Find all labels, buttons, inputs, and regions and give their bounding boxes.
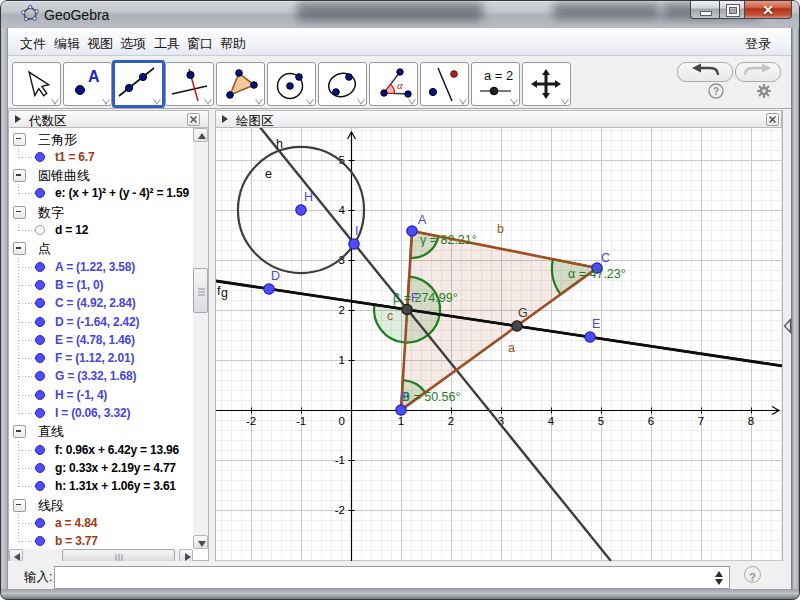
object-visibility-dot[interactable]: [35, 481, 45, 491]
graphics-canvas[interactable]: -2-1012345678-2-112345efghabcBFACDEGHIγ …: [215, 127, 783, 562]
menu-item-1[interactable]: 编辑: [54, 35, 80, 53]
panel-arrow-icon[interactable]: [15, 115, 21, 123]
algebra-item[interactable]: C = (4.92, 2.84): [9, 294, 194, 313]
algebra-item[interactable]: t1 = 6.7: [9, 148, 194, 167]
object-visibility-dot[interactable]: [35, 353, 45, 363]
circle-tool-button[interactable]: [267, 62, 316, 106]
polygon-tool-button[interactable]: [216, 62, 265, 106]
tool-dropdown-icon[interactable]: [51, 99, 59, 105]
angle-tool-button[interactable]: α: [369, 62, 418, 106]
close-algebra-panel-button[interactable]: [187, 113, 200, 126]
object-visibility-dot[interactable]: [35, 317, 45, 327]
algebra-item[interactable]: I = (0.06, 3.32): [9, 404, 194, 423]
settings-gear-icon[interactable]: [756, 83, 772, 99]
algebra-vscrollbar[interactable]: [193, 128, 208, 549]
menu-item-0[interactable]: 文件: [20, 35, 46, 53]
point-B[interactable]: [396, 405, 406, 415]
algebra-group-1[interactable]: 圆锥曲线: [9, 166, 194, 185]
move-graphics-tool-button[interactable]: [522, 62, 571, 106]
algebra-group-0[interactable]: 三角形: [9, 130, 194, 149]
collapse-icon[interactable]: [13, 499, 26, 512]
close-button[interactable]: ✕: [744, 0, 792, 19]
command-input-field[interactable]: [54, 566, 730, 589]
object-visibility-dot[interactable]: [35, 390, 45, 400]
tool-dropdown-icon[interactable]: [204, 99, 212, 105]
collapse-icon[interactable]: [13, 206, 26, 219]
algebra-item[interactable]: a = 4.84: [9, 514, 194, 533]
algebra-group-5[interactable]: 线段: [9, 496, 194, 515]
menu-item-6[interactable]: 帮助: [220, 35, 246, 53]
point-E[interactable]: [585, 332, 595, 342]
tool-dropdown-icon[interactable]: [306, 99, 314, 105]
algebra-item[interactable]: g: 0.33x + 2.19y = 4.77: [9, 459, 194, 478]
algebra-group-2[interactable]: 数字: [9, 203, 194, 222]
point-tool-button[interactable]: A: [63, 62, 112, 106]
redo-button[interactable]: [735, 62, 781, 82]
undo-button[interactable]: [677, 62, 733, 82]
algebra-item[interactable]: h: 1.31x + 1.06y = 3.61: [9, 477, 194, 496]
algebra-group-3[interactable]: 点: [9, 239, 194, 258]
tool-dropdown-icon[interactable]: [357, 99, 365, 105]
move-tool-button[interactable]: [12, 62, 61, 106]
point-G[interactable]: [512, 321, 522, 331]
collapse-panel-arrow[interactable]: [783, 318, 792, 338]
object-visibility-dot[interactable]: [35, 408, 45, 418]
menu-item-4[interactable]: 工具: [154, 35, 180, 53]
conic-tool-button[interactable]: [318, 62, 367, 106]
object-visibility-dot[interactable]: [35, 463, 45, 473]
collapse-icon[interactable]: [13, 425, 26, 438]
line-tool-button[interactable]: [112, 60, 165, 108]
algebra-item[interactable]: d = 12: [9, 221, 194, 240]
tool-dropdown-icon[interactable]: [459, 99, 467, 105]
menu-item-3[interactable]: 选项: [120, 35, 146, 53]
input-help-button[interactable]: ?: [744, 566, 761, 583]
object-visibility-dot[interactable]: [35, 188, 45, 198]
vscroll-thumb[interactable]: [193, 268, 208, 313]
tool-dropdown-icon[interactable]: [255, 99, 263, 105]
collapse-icon[interactable]: [13, 242, 26, 255]
close-graphics-panel-button[interactable]: [766, 113, 779, 126]
point-A[interactable]: [407, 226, 417, 236]
algebra-item[interactable]: E = (4.78, 1.46): [9, 331, 194, 350]
algebra-item[interactable]: e: (x + 1)² + (y - 4)² = 1.59: [9, 184, 194, 203]
graphics-background[interactable]: [216, 128, 782, 561]
object-visibility-dot[interactable]: [35, 536, 45, 546]
object-visibility-dot[interactable]: [35, 262, 45, 272]
object-visibility-dot[interactable]: [35, 152, 45, 162]
algebra-item[interactable]: b = 3.77: [9, 532, 194, 549]
point-D[interactable]: [264, 284, 274, 294]
slider-tool-button[interactable]: a = 2: [471, 62, 520, 106]
scroll-up-button[interactable]: [193, 128, 208, 142]
minimize-button[interactable]: [690, 0, 719, 19]
tool-dropdown-icon[interactable]: [153, 99, 161, 105]
command-input[interactable]: [57, 568, 711, 588]
toolbar-help-icon[interactable]: ?: [708, 83, 724, 99]
algebra-item[interactable]: f: 0.96x + 6.42y = 13.96: [9, 441, 194, 460]
panel-arrow-icon[interactable]: [222, 115, 228, 123]
object-visibility-dot[interactable]: [35, 280, 45, 290]
object-visibility-dot[interactable]: [35, 445, 45, 455]
algebra-group-4[interactable]: 直线: [9, 422, 194, 441]
input-history-up-icon[interactable]: [715, 571, 723, 577]
menu-item-5[interactable]: 窗口: [187, 35, 213, 53]
object-visibility-dot[interactable]: [35, 298, 45, 308]
login-button[interactable]: 登录: [745, 35, 771, 53]
point-F[interactable]: [402, 304, 412, 314]
tool-dropdown-icon[interactable]: [408, 99, 416, 105]
algebra-item[interactable]: D = (-1.64, 2.42): [9, 313, 194, 332]
tool-dropdown-icon[interactable]: [102, 99, 110, 105]
point-I[interactable]: [349, 239, 359, 249]
perpendicular-line-tool-button[interactable]: [165, 62, 214, 106]
algebra-item[interactable]: A = (1.22, 3.58): [9, 258, 194, 277]
menu-item-2[interactable]: 视图: [87, 35, 113, 53]
object-visibility-dot[interactable]: [35, 371, 45, 381]
algebra-item[interactable]: H = (-1, 4): [9, 386, 194, 405]
object-visibility-dot[interactable]: [35, 518, 45, 528]
algebra-item[interactable]: F = (1.12, 2.01): [9, 349, 194, 368]
reflect-tool-button[interactable]: [420, 62, 469, 106]
tool-dropdown-icon[interactable]: [561, 99, 569, 105]
point-H[interactable]: [296, 205, 306, 215]
input-history-down-icon[interactable]: [715, 579, 723, 585]
collapse-icon[interactable]: [13, 169, 26, 182]
tool-dropdown-icon[interactable]: [510, 99, 518, 105]
